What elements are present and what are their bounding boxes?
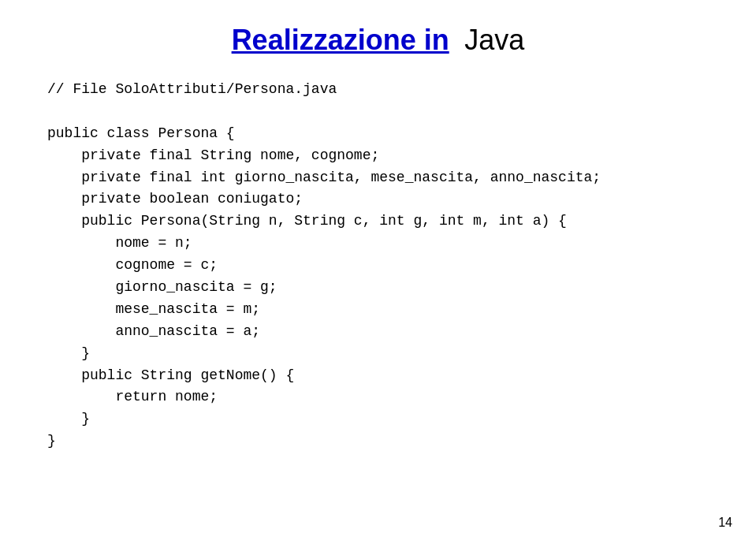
field-nome-cognome: private final String nome, cognome; [47, 145, 717, 167]
field-dates: private final int giorno_nascita, mese_n… [47, 167, 717, 189]
method-getNome: public String getNome() { [47, 365, 717, 387]
title-java: Java [456, 24, 524, 56]
title-realizzazione: Realizzazione in [232, 24, 449, 56]
assign-nome: nome = n; [47, 233, 717, 255]
assign-cognome: cognome = c; [47, 255, 717, 277]
assign-anno: anno_nascita = a; [47, 321, 717, 343]
assign-mese: mese_nascita = m; [47, 299, 717, 321]
page-number: 14 [718, 516, 732, 530]
constructor-signature: public Persona(String n, String c, int g… [47, 211, 717, 233]
code-area: // File SoloAttributi/Persona.java publi… [47, 79, 717, 453]
file-comment: // File SoloAttributi/Persona.java [47, 79, 717, 101]
method-close: } [47, 408, 717, 430]
class-declaration: public class Persona { [47, 123, 717, 145]
field-coniugato: private boolean coniugato; [47, 188, 717, 211]
assign-giorno: giorno_nascita = g; [47, 277, 717, 299]
class-close: } [47, 430, 717, 453]
slide-container: Realizzazione in Java // File SoloAttrib… [0, 0, 756, 544]
constructor-close: } [47, 343, 717, 365]
title-area: Realizzazione in Java [39, 24, 717, 57]
blank-line-1 [47, 101, 717, 123]
return-nome: return nome; [47, 386, 717, 408]
